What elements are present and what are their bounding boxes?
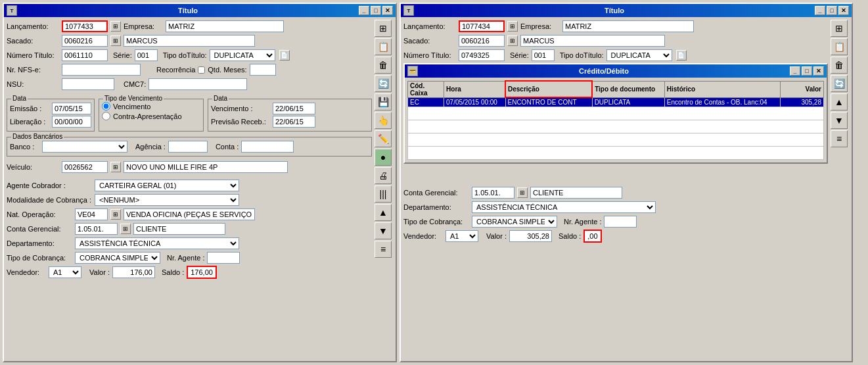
emissao-row-1: Emissão :: [10, 102, 91, 115]
previsao-input-1[interactable]: [273, 116, 315, 128]
modalidade-select-1[interactable]: <NENHUM>: [95, 194, 239, 206]
tipo-titulo-select-1[interactable]: DUPLICATA: [210, 49, 275, 61]
empresa-input-2[interactable]: [562, 20, 694, 32]
recorrencia-checkbox-1[interactable]: [198, 66, 205, 74]
radio-contra-input-1[interactable]: [102, 112, 110, 120]
conta-gerencial-name-1[interactable]: [133, 223, 225, 235]
tb-extra-btn-1[interactable]: ≡: [375, 241, 392, 258]
nr-agente-input-1[interactable]: [207, 252, 240, 264]
tb-refresh-btn-2[interactable]: 🔄: [831, 75, 848, 92]
empresa-input-1[interactable]: [166, 20, 284, 32]
tb-edit-btn-1[interactable]: ✏️: [375, 130, 392, 147]
tb-down-btn-2[interactable]: ▼: [831, 112, 848, 129]
tb-delete-btn-2[interactable]: 🗑: [831, 57, 848, 74]
sacado-code-2[interactable]: [459, 35, 505, 47]
valor-input-2[interactable]: [509, 230, 552, 242]
tb-print-btn-1[interactable]: 🖨: [375, 167, 392, 184]
tipo-titulo-select-2[interactable]: DUPLICATA: [606, 49, 672, 61]
window-titulo-1: T Título _ □ ✕ Lançamento: ⊞ Empresa: Sa…: [3, 3, 397, 362]
tb-grid-btn-1[interactable]: ⊞: [375, 20, 392, 37]
valor-input-1[interactable]: [112, 266, 155, 278]
numero-titulo-input-2[interactable]: [459, 49, 505, 61]
lancamento-input-2[interactable]: [459, 20, 505, 32]
tb-up-btn-1[interactable]: ▲: [375, 204, 392, 221]
tb-table-btn-2[interactable]: 📋: [831, 38, 848, 55]
numero-titulo-input-1[interactable]: [62, 49, 108, 61]
banco-select-1[interactable]: [42, 141, 127, 153]
maximize-btn-1[interactable]: □: [371, 6, 381, 15]
nsu-row-1: NSU: CMC7:: [7, 78, 372, 91]
nr-agente-input-2[interactable]: [604, 216, 637, 228]
conta-gerencial-icon-1[interactable]: ⊞: [120, 224, 131, 234]
lancamento-icon-1[interactable]: ⊞: [110, 21, 121, 32]
modalidade-row-1: Modalidade de Cobrança : <NENHUM>: [7, 193, 372, 207]
emissao-input-1[interactable]: [52, 103, 91, 114]
conta-gerencial-input-2[interactable]: [472, 187, 514, 199]
window-titulo-2: T Título _ □ ✕ Lançamento: ⊞ Empresa: Sa…: [400, 3, 853, 362]
tb-refresh-btn-1[interactable]: 🔄: [375, 75, 392, 92]
departamento-select-2[interactable]: ASSISTÊNCIA TÉCNICA: [472, 201, 656, 213]
maximize-btn-2[interactable]: □: [827, 6, 837, 15]
sacado-icon-1[interactable]: ⊞: [110, 36, 121, 46]
qtd-meses-input-1[interactable]: [250, 64, 276, 76]
lancamento-input-1[interactable]: [62, 20, 108, 32]
tb-save-btn-1[interactable]: 💾: [375, 93, 392, 110]
tb-table-btn-1[interactable]: 📋: [375, 38, 392, 55]
tipo-cobranca-select-2[interactable]: COBRANCA SIMPLES: [472, 216, 557, 228]
tb-up-btn-2[interactable]: ▲: [831, 93, 848, 110]
serie-input-2[interactable]: [532, 49, 555, 61]
veiculo-icon-1[interactable]: ⊞: [110, 162, 121, 172]
tb-green-btn-1[interactable]: ●: [375, 149, 392, 166]
serie-input-1[interactable]: [135, 49, 158, 61]
veiculo-row-1: Veículo: ⊞: [7, 160, 372, 174]
close-btn-1[interactable]: ✕: [382, 6, 393, 15]
tb-delete-btn-1[interactable]: 🗑: [375, 57, 392, 74]
sacado-name-1[interactable]: [124, 35, 255, 47]
sacado-label-2: Sacado:: [403, 37, 456, 45]
radio-vencimento-input-1[interactable]: [102, 102, 110, 110]
credito-row[interactable]: EC 07/05/2015 00:00 ENCONTRO DE CONT DUP…: [408, 97, 824, 107]
credito-close[interactable]: ✕: [813, 66, 824, 76]
vendedor-select-1[interactable]: A1: [49, 266, 81, 278]
conta-gerencial-name-2[interactable]: [530, 187, 622, 199]
agente-select-1[interactable]: CARTEIRA GERAL (01): [95, 180, 239, 191]
row-descricao: ENCONTRO DE CONT: [505, 97, 592, 107]
nsu-input-1[interactable]: [62, 78, 114, 90]
sacado-code-1[interactable]: [62, 35, 108, 47]
cmc7-input-1[interactable]: [148, 78, 247, 90]
title-controls-1: _ □ ✕: [359, 6, 393, 15]
conta-gerencial-icon-2[interactable]: ⊞: [517, 187, 528, 198]
credito-minimize[interactable]: _: [790, 66, 800, 76]
nsu-label-1: NSU:: [7, 80, 59, 88]
sacado-icon-2[interactable]: ⊞: [507, 36, 518, 46]
sacado-name-2[interactable]: [520, 35, 665, 47]
liberacao-input-1[interactable]: [52, 116, 91, 128]
nfse-label-1: Nr. NFS-e:: [7, 66, 59, 74]
nat-icon-1[interactable]: ⊞: [110, 209, 121, 220]
vendedor-select-2[interactable]: A1: [445, 230, 478, 242]
veiculo-code-1[interactable]: [62, 161, 108, 173]
nat-code-1[interactable]: [75, 208, 108, 220]
departamento-select-1[interactable]: ASSISTÊNCIA TÉCNICA: [75, 237, 239, 249]
close-btn-2[interactable]: ✕: [838, 6, 849, 15]
nfse-input-1[interactable]: [62, 64, 141, 76]
conta-input-1[interactable]: [241, 141, 294, 153]
minimize-btn-1[interactable]: _: [359, 6, 369, 15]
tb-down-btn-1[interactable]: ▼: [375, 222, 392, 239]
credito-maximize[interactable]: □: [802, 66, 812, 76]
veiculo-name-1[interactable]: [124, 161, 288, 173]
tipo-titulo-icon-2[interactable]: 📄: [676, 50, 687, 61]
dados-bancarios-section-1: Dados Bancários Banco : Agência : Conta …: [7, 137, 372, 157]
conta-gerencial-input-1[interactable]: [75, 223, 118, 235]
agencia-input-1[interactable]: [168, 141, 208, 153]
tb-extra-btn-2[interactable]: ≡: [831, 130, 848, 147]
tb-grid-btn-2[interactable]: ⊞: [831, 20, 848, 37]
tb-barcode-btn-1[interactable]: |||: [375, 185, 392, 203]
lancamento-icon-2[interactable]: ⊞: [507, 21, 518, 32]
vencimento-input-1[interactable]: [273, 103, 315, 114]
minimize-btn-2[interactable]: _: [815, 6, 825, 15]
tb-hand-btn-1[interactable]: 👆: [375, 112, 392, 129]
tipo-cobranca-select-1[interactable]: COBRANCA SIMPLES: [75, 252, 160, 264]
tipo-titulo-icon-1[interactable]: 📄: [279, 50, 290, 61]
nat-name-1[interactable]: [124, 208, 255, 220]
